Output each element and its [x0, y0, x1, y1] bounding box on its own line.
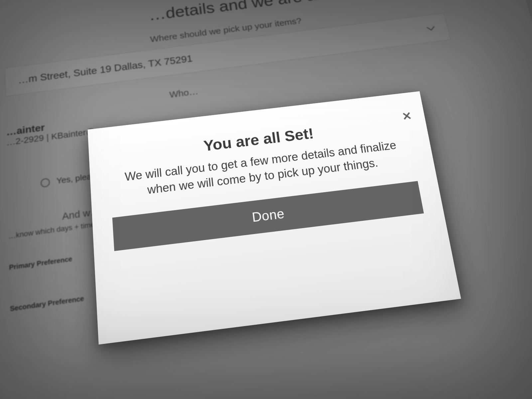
radio-icon — [41, 178, 50, 188]
close-icon: ✕ — [401, 109, 413, 123]
address-value: …m Street, Suite 19 Dallas, TX 75291 — [18, 53, 193, 86]
chevron-down-icon — [426, 23, 437, 34]
primary-preference-label: Primary Preference — [9, 253, 85, 272]
secondary-preference-label: Secondary Preference — [10, 294, 87, 313]
close-button[interactable]: ✕ — [401, 110, 413, 122]
